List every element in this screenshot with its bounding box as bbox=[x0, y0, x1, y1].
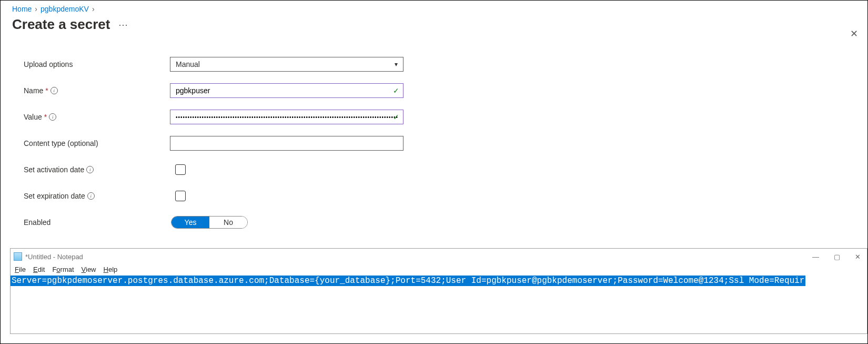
notepad-title: *Untitled - Notepad bbox=[25, 253, 83, 261]
enabled-yes[interactable]: Yes bbox=[171, 217, 209, 228]
name-label: Name * i bbox=[24, 86, 170, 95]
chevron-down-icon: ▾ bbox=[395, 61, 398, 68]
upload-options-label: Upload options bbox=[24, 60, 170, 68]
breadcrumb: Home › pgbkpdemoKV › bbox=[1, 1, 867, 13]
activation-date-checkbox[interactable] bbox=[175, 164, 186, 175]
breadcrumb-kv[interactable]: pgbkpdemoKV bbox=[41, 5, 89, 13]
chevron-right-icon: › bbox=[92, 5, 95, 13]
content-type-label: Content type (optional) bbox=[24, 139, 170, 148]
minimize-button[interactable]: — bbox=[812, 253, 819, 261]
notepad-app-icon bbox=[14, 252, 22, 261]
close-window-button[interactable]: ✕ bbox=[855, 253, 861, 261]
notepad-selected-text: Server=pgbkpdemoserver.postgres.database… bbox=[11, 276, 805, 286]
notepad-window: *Untitled - Notepad — ▢ ✕ File Edit Form… bbox=[10, 248, 867, 334]
more-actions-button[interactable]: ⋯ bbox=[118, 19, 128, 31]
breadcrumb-home[interactable]: Home bbox=[12, 5, 32, 13]
close-button[interactable]: ✕ bbox=[850, 28, 858, 40]
info-icon[interactable]: i bbox=[87, 192, 95, 200]
required-asterisk: * bbox=[45, 86, 48, 95]
enabled-label: Enabled bbox=[24, 218, 170, 227]
content-type-input[interactable] bbox=[170, 136, 403, 151]
activation-date-label: Set activation date i bbox=[24, 165, 170, 174]
value-label: Value * i bbox=[24, 113, 170, 121]
info-icon[interactable]: i bbox=[51, 87, 58, 94]
required-asterisk: * bbox=[44, 113, 47, 121]
value-input[interactable] bbox=[170, 110, 403, 124]
menu-format[interactable]: Format bbox=[52, 266, 74, 273]
maximize-button[interactable]: ▢ bbox=[834, 253, 840, 261]
notepad-text-area[interactable]: Server=pgbkpdemoserver.postgres.database… bbox=[11, 276, 867, 286]
enabled-toggle[interactable]: Yes No bbox=[171, 216, 248, 229]
upload-options-value: Manual bbox=[176, 60, 200, 68]
name-input[interactable] bbox=[170, 83, 403, 98]
menu-file[interactable]: File bbox=[15, 266, 26, 273]
chevron-right-icon: › bbox=[35, 5, 37, 13]
upload-options-select[interactable]: Manual ▾ bbox=[170, 57, 403, 72]
enabled-no[interactable]: No bbox=[209, 217, 247, 228]
expiration-date-checkbox[interactable] bbox=[175, 191, 186, 201]
menu-help[interactable]: Help bbox=[104, 266, 118, 273]
expiration-date-label: Set expiration date i bbox=[24, 192, 170, 200]
notepad-menu: File Edit Format View Help bbox=[11, 264, 867, 276]
info-icon[interactable]: i bbox=[49, 113, 56, 121]
menu-view[interactable]: View bbox=[82, 266, 96, 273]
menu-edit[interactable]: Edit bbox=[33, 266, 45, 273]
page-title: Create a secret bbox=[12, 16, 110, 33]
info-icon[interactable]: i bbox=[86, 166, 94, 173]
